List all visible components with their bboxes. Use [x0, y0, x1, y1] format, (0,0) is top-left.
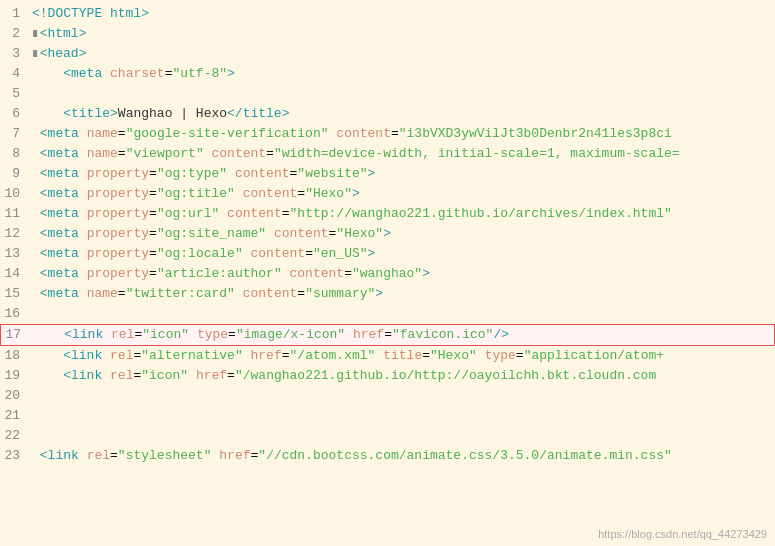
code-line: 10 <meta property="og:title" content="He…	[0, 184, 775, 204]
line-number: 6	[0, 104, 32, 124]
line-content: <!DOCTYPE html>	[32, 4, 775, 24]
code-line: 12 <meta property="og:site_name" content…	[0, 224, 775, 244]
line-number: 10	[0, 184, 32, 204]
line-number: 8	[0, 144, 32, 164]
line-content: <meta property="og:locale" content="en_U…	[32, 244, 775, 264]
line-number: 20	[0, 386, 32, 406]
line-number: 4	[0, 64, 32, 84]
line-content: <title>Wanghao | Hexo</title>	[32, 104, 775, 124]
code-line: 14 <meta property="article:author" conte…	[0, 264, 775, 284]
line-content: <link rel="icon" type="image/x-icon" hre…	[33, 325, 774, 345]
line-content: <meta property="og:type" content="websit…	[32, 164, 775, 184]
line-number: 19	[0, 366, 32, 386]
code-line: 20	[0, 386, 775, 406]
line-number: 9	[0, 164, 32, 184]
watermark: https://blog.csdn.net/qq_44273429	[598, 528, 767, 540]
line-content: <link rel="stylesheet" href="//cdn.bootc…	[32, 446, 775, 466]
line-content: <meta property="og:title" content="Hexo"…	[32, 184, 775, 204]
line-number: 14	[0, 264, 32, 284]
line-content: <meta name="twitter:card" content="summa…	[32, 284, 775, 304]
line-number: 3	[0, 44, 32, 64]
line-number: 1	[0, 4, 32, 24]
line-number: 23	[0, 446, 32, 466]
code-line: 7 <meta name="google-site-verification" …	[0, 124, 775, 144]
code-line: 2∎<html>	[0, 24, 775, 44]
code-line: 11 <meta property="og:url" content="http…	[0, 204, 775, 224]
code-line: 18 <link rel="alternative" href="/atom.x…	[0, 346, 775, 366]
line-number: 18	[0, 346, 32, 366]
code-line: 6 <title>Wanghao | Hexo</title>	[0, 104, 775, 124]
line-content: <meta name="google-site-verification" co…	[32, 124, 775, 144]
code-line: 1<!DOCTYPE html>	[0, 4, 775, 24]
line-content: <link rel="alternative" href="/atom.xml"…	[32, 346, 775, 366]
code-line: 19 <link rel="icon" href="/wanghao221.gi…	[0, 366, 775, 386]
code-line: 13 <meta property="og:locale" content="e…	[0, 244, 775, 264]
line-content: <meta property="og:url" content="http://…	[32, 204, 775, 224]
line-content: <meta name="viewport" content="width=dev…	[32, 144, 775, 164]
line-number: 16	[0, 304, 32, 324]
code-line: 9 <meta property="og:type" content="webs…	[0, 164, 775, 184]
code-line: 5	[0, 84, 775, 104]
line-number: 11	[0, 204, 32, 224]
line-content: <meta property="article:author" content=…	[32, 264, 775, 284]
code-line: 15 <meta name="twitter:card" content="su…	[0, 284, 775, 304]
code-line: 21	[0, 406, 775, 426]
line-number: 13	[0, 244, 32, 264]
line-content: ∎<head>	[32, 44, 775, 64]
line-number: 17	[1, 325, 33, 345]
line-number: 12	[0, 224, 32, 244]
code-viewer: 1<!DOCTYPE html>2∎<html>3∎<head>4 <meta …	[0, 0, 775, 546]
code-line: 22	[0, 426, 775, 446]
line-content: <link rel="icon" href="/wanghao221.githu…	[32, 366, 775, 386]
line-number: 22	[0, 426, 32, 446]
code-line: 23 <link rel="stylesheet" href="//cdn.bo…	[0, 446, 775, 466]
line-number: 21	[0, 406, 32, 426]
line-number: 7	[0, 124, 32, 144]
code-line: 8 <meta name="viewport" content="width=d…	[0, 144, 775, 164]
line-number: 15	[0, 284, 32, 304]
code-line: 16	[0, 304, 775, 324]
code-line: 17 <link rel="icon" type="image/x-icon" …	[0, 324, 775, 346]
code-line: 4 <meta charset="utf-8">	[0, 64, 775, 84]
code-line: 3∎<head>	[0, 44, 775, 64]
line-number: 2	[0, 24, 32, 44]
line-content: <meta property="og:site_name" content="H…	[32, 224, 775, 244]
line-number: 5	[0, 84, 32, 104]
line-content: ∎<html>	[32, 24, 775, 44]
line-content: <meta charset="utf-8">	[32, 64, 775, 84]
